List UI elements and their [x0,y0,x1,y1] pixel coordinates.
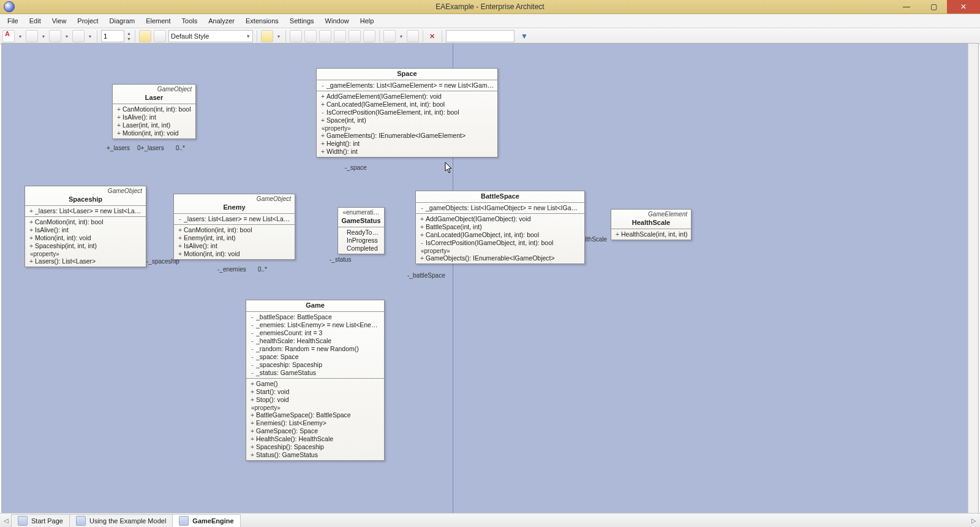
dropdown-icon[interactable]: ▾ [64,34,70,39]
class-game[interactable]: Game -_battleSpace: BattleSpace -_enemie… [246,300,385,461]
dropdown-icon[interactable]: ▾ [87,34,93,39]
tab-scroll-right-icon[interactable]: ▷ [969,515,979,526]
format-paint-icon[interactable] [139,30,151,42]
menu-extensions[interactable]: Extensions [241,16,284,26]
vertical-scrollbar[interactable] [968,44,978,513]
diagram-icon [76,516,86,526]
titlebar: EAExample - Enterprise Architect [0,0,980,14]
tab-gameengine[interactable]: GameEngine [172,514,240,527]
menu-file[interactable]: File [2,16,23,26]
align-left-icon[interactable] [290,30,302,42]
layout-icon[interactable] [383,30,396,42]
menu-diagram[interactable]: Diagram [105,16,140,26]
window-title: EAExample - Enterprise Architect [0,2,980,11]
align-bottom-icon[interactable] [334,30,346,42]
role-label: -_enemies [217,266,246,273]
style-combo[interactable]: Default Style [168,30,253,42]
filter-icon[interactable]: ▼ [521,32,528,40]
align-right-icon[interactable] [304,30,317,42]
same-height-icon[interactable] [363,30,375,42]
role-label: +_lasers [107,145,130,151]
class-battlespace[interactable]: BattleSpace -_gameObjects: List<IGameObj… [415,191,585,264]
dropdown-icon[interactable]: ▾ [276,34,282,39]
stepper-down-icon[interactable]: ▼ [127,36,131,42]
toolbar: A▾ ▾ ▾ ▾ ▲ ▼ Default Style ▾ ▾ ✕ ▼ [0,28,980,45]
maximize-button[interactable] [920,0,947,13]
stepper-up-icon[interactable]: ▲ [127,31,131,36]
font-color-icon[interactable]: A [2,30,15,42]
diagram-icon [179,516,189,526]
align-top-icon[interactable] [319,30,331,42]
highlight-icon[interactable] [261,30,273,42]
search-input[interactable] [446,30,514,42]
tab-example-model[interactable]: Using the Example Model [69,514,173,527]
same-width-icon[interactable] [349,30,361,42]
menu-tools[interactable]: Tools [177,16,203,26]
dropdown-icon[interactable]: ▾ [40,34,47,39]
line-width-stepper[interactable] [101,30,124,42]
diagram-canvas-wrap: +_lasers 0+_lasers 0..* -_spaceship -_en… [1,43,979,514]
menu-edit[interactable]: Edit [24,16,46,26]
menu-project[interactable]: Project [72,16,103,26]
tab-scroll-left-icon[interactable]: ◁ [1,515,11,526]
dropdown-icon[interactable]: ▾ [17,34,23,39]
role-label: 0..* [258,266,267,273]
line-style-icon[interactable] [72,30,85,42]
menubar: File Edit View Project Diagram Element T… [0,14,980,28]
menu-window[interactable]: Window [320,16,354,26]
close-button[interactable] [947,0,980,13]
menu-analyzer[interactable]: Analyzer [203,16,239,26]
class-enemy[interactable]: GameObject Enemy -_lasers: List<Laser> =… [173,194,295,260]
class-space[interactable]: Space -_gameElements: List<IGameElement>… [316,68,498,157]
role-label: -_space [345,164,367,171]
role-label: 0+_lasers [137,145,164,151]
menu-element[interactable]: Element [141,16,175,26]
role-label: 0..* [176,145,185,151]
diagram-canvas[interactable]: +_lasers 0+_lasers 0..* -_spaceship -_en… [2,44,978,513]
class-spaceship[interactable]: GameObject Spaceship +_lasers: List<Lase… [24,186,146,267]
fill-color-icon[interactable] [26,30,38,42]
class-healthscale[interactable]: GameElement HealthScale +HealthScale(int… [611,209,692,240]
role-label: -_battleSpace [407,272,445,279]
tabbar: ◁ Start Page Using the Example Model Gam… [0,513,980,527]
menu-view[interactable]: View [47,16,72,26]
menu-settings[interactable]: Settings [285,16,319,26]
line-color-icon[interactable] [49,30,61,42]
minimize-button[interactable] [893,0,920,13]
menu-help[interactable]: Help [355,16,379,26]
tab-start-page[interactable]: Start Page [11,514,70,527]
dropdown-icon[interactable]: ▾ [398,34,404,39]
enum-gamestatus[interactable]: enumerati GameStatus ReadyToStart InProg… [337,207,385,254]
filter-elements-icon[interactable] [407,30,419,42]
delete-icon[interactable]: ✕ [427,31,438,42]
class-laser[interactable]: GameObject Laser +CanMotion(int, int): b… [112,84,196,139]
role-label: -_status [330,256,352,263]
page-icon [18,516,28,526]
apply-style-icon[interactable] [154,30,166,42]
